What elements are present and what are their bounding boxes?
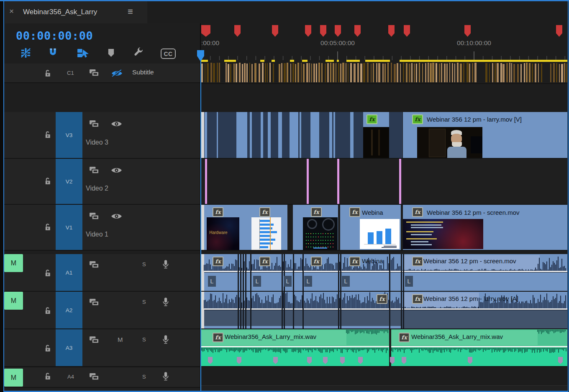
subtitle-clip[interactable] bbox=[284, 63, 286, 82]
voiceover-mic-icon[interactable] bbox=[162, 297, 169, 307]
subtitle-clip[interactable] bbox=[357, 63, 359, 82]
subtitle-clip[interactable] bbox=[273, 64, 274, 82]
subtitle-clip[interactable] bbox=[428, 63, 429, 82]
subtitle-clip[interactable] bbox=[425, 63, 427, 82]
fx-badge[interactable]: fx bbox=[399, 333, 410, 342]
subtitle-clip[interactable] bbox=[472, 63, 474, 82]
subtitle-clip[interactable] bbox=[348, 64, 349, 82]
solo-button[interactable]: S bbox=[142, 336, 146, 343]
lock-icon[interactable] bbox=[44, 372, 52, 381]
lock-icon[interactable] bbox=[44, 130, 52, 139]
clip-segment[interactable] bbox=[205, 112, 207, 158]
voiceover-mic-icon[interactable] bbox=[162, 260, 169, 270]
subtitle-clip[interactable] bbox=[400, 64, 401, 82]
subtitle-clip[interactable] bbox=[559, 64, 560, 82]
subtitle-clip[interactable] bbox=[360, 64, 362, 82]
lock-icon[interactable] bbox=[44, 69, 52, 78]
subtitle-clip[interactable] bbox=[403, 63, 404, 82]
subtitle-clip[interactable] bbox=[338, 63, 339, 82]
track-targeting-icon[interactable] bbox=[89, 69, 100, 77]
subtitle-clip[interactable] bbox=[474, 63, 477, 82]
subtitle-clip[interactable] bbox=[318, 63, 320, 82]
clip-segment[interactable] bbox=[250, 112, 252, 158]
subtitle-clip[interactable] bbox=[287, 63, 288, 82]
subtitle-clip[interactable] bbox=[346, 63, 346, 82]
subtitle-clip[interactable] bbox=[333, 63, 334, 82]
subtitle-clip[interactable] bbox=[230, 64, 231, 82]
lock-icon[interactable] bbox=[44, 223, 52, 232]
subtitle-clip[interactable] bbox=[327, 63, 329, 82]
fx-badge[interactable]: fx bbox=[412, 257, 423, 266]
subtitle-clip[interactable] bbox=[502, 64, 505, 82]
subtitle-clip[interactable] bbox=[254, 63, 256, 82]
subtitle-clip[interactable] bbox=[439, 64, 440, 82]
subtitle-clip[interactable] bbox=[466, 63, 469, 82]
subtitle-clip[interactable] bbox=[411, 63, 413, 82]
pink-video-clip[interactable] bbox=[307, 159, 309, 204]
subtitle-clip[interactable] bbox=[535, 64, 536, 82]
subtitle-clip[interactable] bbox=[397, 63, 398, 82]
fx-badge[interactable]: fx bbox=[349, 257, 360, 266]
subtitle-clip[interactable] bbox=[292, 63, 294, 82]
subtitle-clip[interactable] bbox=[316, 64, 317, 82]
subtitle-clip[interactable] bbox=[290, 64, 292, 82]
subtitle-clip[interactable] bbox=[262, 63, 264, 82]
clip-segment[interactable] bbox=[278, 112, 282, 158]
close-tab-icon[interactable]: × bbox=[9, 7, 14, 16]
subtitle-clip[interactable] bbox=[526, 63, 528, 82]
subtitle-clip[interactable] bbox=[306, 63, 308, 82]
subtitle-clip[interactable] bbox=[354, 64, 356, 82]
track-output-eye-icon[interactable] bbox=[111, 167, 122, 174]
subtitle-clip[interactable] bbox=[295, 64, 296, 82]
subtitle-clip[interactable] bbox=[309, 63, 310, 82]
subtitle-clip[interactable] bbox=[303, 64, 305, 82]
timeline-settings-wrench-icon[interactable] bbox=[133, 47, 144, 57]
subtitle-clip[interactable] bbox=[265, 63, 266, 82]
subtitle-clip[interactable] bbox=[228, 64, 229, 82]
subtitle-clip[interactable] bbox=[213, 63, 215, 82]
linked-selection-icon[interactable] bbox=[77, 48, 90, 58]
subtitle-clip[interactable] bbox=[529, 63, 531, 82]
subtitle-clip[interactable] bbox=[538, 64, 539, 82]
subtitle-clip[interactable] bbox=[406, 63, 408, 82]
subtitle-clip[interactable] bbox=[511, 63, 513, 82]
subtitle-clip[interactable] bbox=[376, 63, 377, 82]
fx-badge[interactable]: fx bbox=[377, 294, 387, 304]
fx-badge[interactable]: fx bbox=[213, 207, 223, 217]
clip-segment[interactable] bbox=[240, 205, 251, 250]
track-name-video3[interactable]: Video 3 bbox=[86, 139, 108, 146]
subtitle-clip[interactable] bbox=[297, 63, 299, 82]
subtitle-clip[interactable] bbox=[391, 63, 392, 82]
subtitle-clip[interactable] bbox=[259, 64, 261, 82]
fx-badge[interactable]: fx bbox=[311, 257, 322, 266]
audio-track-a3-content[interactable]: Webinar356_Ask_Larry_mix.wav Webinar356_… bbox=[201, 329, 567, 367]
clip-segment[interactable] bbox=[290, 112, 298, 158]
clip-segment[interactable] bbox=[236, 112, 247, 158]
track-targeting-icon[interactable] bbox=[89, 298, 100, 307]
mute-button[interactable]: M bbox=[118, 336, 123, 343]
subtitle-clip[interactable] bbox=[509, 63, 510, 82]
pink-video-clip[interactable] bbox=[205, 159, 207, 204]
mute-button[interactable]: M bbox=[4, 369, 23, 387]
subtitle-clip[interactable] bbox=[394, 64, 396, 82]
source-patch-a3[interactable]: A3 bbox=[56, 329, 82, 366]
subtitle-clip[interactable] bbox=[249, 63, 250, 82]
source-patch-v3[interactable]: V3 bbox=[56, 112, 82, 158]
mute-button[interactable]: M bbox=[4, 254, 23, 272]
subtitle-clip[interactable] bbox=[495, 63, 496, 82]
clip-segment[interactable] bbox=[268, 112, 271, 158]
subtitle-clip[interactable] bbox=[342, 63, 344, 82]
subtitle-clip[interactable] bbox=[384, 64, 386, 82]
subtitle-clip[interactable] bbox=[205, 64, 205, 82]
subtitle-clip[interactable] bbox=[251, 64, 253, 82]
subtitle-clip[interactable] bbox=[363, 63, 365, 82]
playhead-timecode[interactable]: 00:00:00:00 bbox=[16, 29, 93, 42]
subtitle-clip[interactable] bbox=[541, 64, 542, 82]
clip-segment[interactable] bbox=[350, 112, 354, 158]
subtitle-clip[interactable] bbox=[556, 63, 558, 82]
subtitle-clip[interactable] bbox=[457, 63, 458, 82]
track-output-eye-icon[interactable] bbox=[111, 120, 122, 127]
subtitle-clip[interactable] bbox=[524, 63, 525, 82]
subtitle-clip[interactable] bbox=[336, 63, 337, 82]
subtitle-clip[interactable] bbox=[239, 63, 241, 82]
